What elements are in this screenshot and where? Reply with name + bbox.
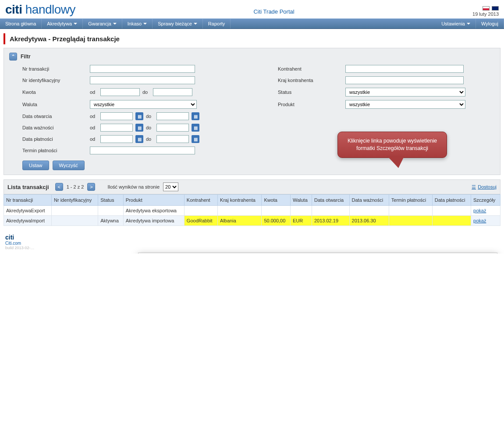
menu-strona-glowna[interactable]: Strona główna [0,19,42,29]
input-nr-transakcji[interactable] [90,65,195,73]
lbl-produkt: Produkt [278,102,339,107]
caret-icon [467,23,470,25]
pager-prev-button[interactable]: < [55,183,63,191]
calendar-icon[interactable]: ▦ [192,112,199,120]
input-data-waznosci-od[interactable] [100,124,133,132]
input-data-waznosci-do[interactable] [156,124,189,132]
input-data-otwarcia-do[interactable] [156,112,189,120]
calendar-icon[interactable]: ▦ [135,135,143,143]
input-kraj-kontrahenta[interactable] [345,76,464,84]
caret-icon [74,23,77,25]
flag-gb-icon[interactable] [492,6,499,11]
lbl-nr-ident: Nr identyfikacyjny [22,78,84,83]
lbl-kraj-kontrahenta: Kraj kontrahenta [278,78,339,83]
input-kontrahent[interactable] [345,65,464,73]
callout-details-link: Kliknięcie linka powoduje wyświetlenie f… [337,132,447,158]
header: citi handlowy Citi Trade Portal 19 luty … [0,0,504,18]
menu-gwarancja[interactable]: Gwarancja [83,19,122,29]
input-termin-platnosci[interactable] [90,147,195,154]
lbl-termin-platnosci: Termin płatności [22,148,84,153]
page-title: Akredytywa - Przeglądaj transakcje [4,33,500,44]
pokaz-link[interactable]: pokaż [473,208,486,213]
per-page-select[interactable]: 20 [163,182,178,191]
input-kwota-do[interactable] [153,88,192,96]
menu-sprawy-biezace[interactable]: Sprawy bieżące [153,19,203,29]
logo-citi: citi [5,3,22,16]
table-header-row: Nr transakcji Nr identyfikacyjny Status … [4,195,500,206]
menu-wyloguj[interactable]: Wyloguj [476,19,504,29]
caret-icon [194,23,197,25]
menu-ustawienia[interactable]: Ustawienia [436,19,476,29]
per-page-label: Ilość wyników na stronie [107,184,160,189]
customize-icon: ☰ [472,184,476,190]
lbl-nr-transakcji: Nr transakcji [22,66,84,72]
calendar-icon[interactable]: ▦ [135,112,143,120]
pager-next-button[interactable]: > [87,183,95,191]
wyczysc-button[interactable]: Wyczyść [53,161,85,170]
filter-header: ⌃ Filtr [9,53,495,61]
input-nr-ident[interactable] [90,76,195,84]
main-app: citi handlowy Citi Trade Portal 19 luty … [0,0,504,254]
footer-logo: citi [5,234,499,241]
input-kwota-od[interactable] [100,88,140,96]
input-data-otwarcia-od[interactable] [100,112,133,120]
pager-info: 1 - 2 z 2 [67,184,84,189]
calendar-icon[interactable]: ▦ [192,135,199,143]
lbl-kontrahent: Kontrahent [278,66,339,72]
footer: citi Citi.com build 2013-02-… [0,230,504,254]
lbl-kwota: Kwota [22,89,84,95]
page: Akredytywa - Przeglądaj transakcje ⌃ Fil… [0,29,504,230]
select-waluta[interactable]: wszystkie [90,100,197,109]
pokaz-link[interactable]: pokaż [473,218,486,223]
lbl-data-platnosci: Data płatności [22,136,84,142]
lbl-status: Status [278,89,339,95]
input-data-platnosci-do[interactable] [156,135,189,143]
table-row: AkredytywaImport Aktywna Akredytywa impo… [4,216,500,226]
list-title: Lista transakcji [7,184,49,190]
caret-icon [113,23,117,25]
current-date: 19 luty 2013 [472,11,499,17]
logo: citi handlowy [5,3,75,17]
footer-citi-com[interactable]: Citi.com [5,241,499,246]
lbl-waluta: Waluta [22,102,84,107]
table-row: AkredytywaExport Akredytywa eksportowa p… [4,206,500,216]
build-info: build 2013-02-… [5,246,499,250]
menu-akredytywa[interactable]: Akredytywa [42,19,83,29]
menu-inkaso[interactable]: Inkaso [122,19,153,29]
portal-title: Citi Trade Portal [75,8,472,17]
ustaw-button[interactable]: Ustaw [22,161,49,170]
filter-heading: Filtr [21,54,31,60]
inner-window: citi handlowy Citi Trade Portal 19 luty … [138,253,497,254]
input-data-platnosci-od[interactable] [100,135,133,143]
menu-raporty[interactable]: Raporty [203,19,231,29]
calendar-icon[interactable]: ▦ [135,124,143,132]
lbl-data-otwarcia: Data otwarcia [22,114,84,119]
calendar-icon[interactable]: ▦ [192,124,199,132]
select-produkt[interactable]: wszystkie [345,100,465,109]
dostosuj-link[interactable]: ☰Dostosuj [472,184,497,190]
language-flags [472,5,499,11]
select-status[interactable]: wszystkie [345,88,465,97]
collapse-icon[interactable]: ⌃ [9,53,17,61]
header-right: 19 luty 2013 [472,5,499,17]
list-header: Lista transakcji < 1 - 2 z 2 > Ilość wyn… [4,179,500,194]
menubar: Strona główna Akredytywa Gwarancja Inkas… [0,18,504,29]
caret-icon [143,23,147,25]
transactions-table: Nr transakcji Nr identyfikacyjny Status … [4,194,500,226]
inner-header: citi handlowy Citi Trade Portal 19 luty … [138,253,497,254]
lbl-data-waznosci: Data ważności [22,125,84,130]
flag-pl-icon[interactable] [483,6,490,11]
logo-sub: handlowy [25,3,75,16]
